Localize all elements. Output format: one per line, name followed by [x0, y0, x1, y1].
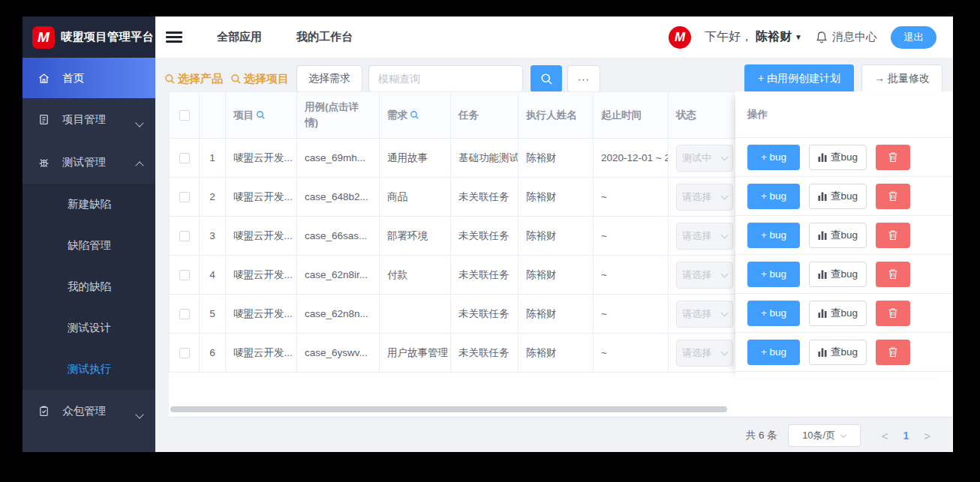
- delete-button[interactable]: [876, 301, 910, 326]
- sidebar-item-new-defect[interactable]: 新建缺陷: [23, 184, 155, 225]
- cell-requirement: 部署环境: [380, 217, 451, 256]
- logout-button[interactable]: 退出: [891, 26, 936, 49]
- prev-page-button[interactable]: <: [882, 430, 888, 442]
- test-execution-table-card: 项目 用例(点击详情) 需求 任务 执行人姓名 起止时间 状态: [169, 91, 953, 418]
- cell-project: 唛盟云开发...: [226, 139, 297, 178]
- view-bug-button[interactable]: 查bug: [809, 262, 867, 287]
- more-filters-button[interactable]: ···: [567, 65, 600, 92]
- tab-all-apps[interactable]: 全部应用: [217, 30, 262, 44]
- col-requirement-label: 需求: [387, 109, 407, 122]
- add-bug-button[interactable]: + bug: [747, 145, 800, 170]
- view-bug-button[interactable]: 查bug: [809, 223, 867, 248]
- col-project: 项目: [226, 92, 297, 139]
- select-product-link[interactable]: 选择产品: [164, 72, 223, 86]
- add-bug-button[interactable]: + bug: [747, 301, 800, 326]
- cell-executor: 陈裕财: [519, 139, 594, 178]
- cell-task: 未关联任务: [451, 256, 519, 295]
- row-checkbox[interactable]: [179, 270, 190, 280]
- bug-icon: [38, 156, 50, 169]
- status-select[interactable]: 请选择: [676, 340, 733, 367]
- select-requirement-button[interactable]: 选择需求: [296, 65, 362, 92]
- row-seq: 6: [200, 334, 226, 373]
- cell-usecase[interactable]: case_6yswv...: [297, 334, 380, 373]
- row-checkbox[interactable]: [179, 192, 190, 202]
- page-size-select[interactable]: 10条/页: [788, 424, 861, 447]
- app-window: M 唛盟项目管理平台 首页 项目管理 测试管理: [23, 16, 953, 452]
- batch-edit-button[interactable]: → 批量修改: [861, 64, 942, 93]
- row-seq: 4: [200, 256, 226, 295]
- sidebar-item-defect-mgmt[interactable]: 缺陷管理: [23, 225, 155, 266]
- cell-executor: 陈裕财: [519, 334, 594, 373]
- chevron-down-icon: [137, 116, 143, 123]
- row-checkbox[interactable]: [179, 231, 190, 241]
- sub-item-label: 我的缺陷: [68, 280, 111, 294]
- main-content: 选择产品 选择项目 选择需求 ··· + 由用例创建计划 → 批量修改: [155, 58, 953, 452]
- horizontal-scrollbar[interactable]: [170, 406, 727, 412]
- avatar[interactable]: M: [669, 26, 691, 49]
- collapse-menu-icon[interactable]: [166, 31, 182, 43]
- delete-button[interactable]: [876, 262, 910, 287]
- search-icon[interactable]: [256, 110, 266, 120]
- sidebar-item-my-defects[interactable]: 我的缺陷: [23, 266, 155, 307]
- search-button[interactable]: [531, 65, 562, 92]
- status-select[interactable]: 测试中: [676, 145, 733, 172]
- home-icon: [38, 72, 50, 85]
- row-seq: 3: [200, 217, 226, 256]
- delete-button[interactable]: [876, 145, 910, 170]
- add-bug-button[interactable]: + bug: [747, 340, 800, 365]
- select-project-link[interactable]: 选择项目: [230, 72, 289, 86]
- sidebar-item-crowdsourcing[interactable]: 众包管理: [23, 390, 155, 433]
- col-usecase: 用例(点击详情): [297, 92, 380, 139]
- status-select[interactable]: 请选择: [676, 223, 733, 250]
- status-select[interactable]: 请选择: [676, 184, 733, 211]
- cell-usecase[interactable]: case_648b2...: [297, 178, 380, 217]
- create-plan-button[interactable]: + 由用例创建计划: [744, 64, 854, 93]
- view-bug-button[interactable]: 查bug: [809, 145, 867, 170]
- cell-usecase[interactable]: case_69mh...: [297, 139, 380, 178]
- cell-usecase[interactable]: case_62n8ir...: [297, 256, 380, 295]
- delete-button[interactable]: [876, 184, 910, 209]
- chevron-down-icon: [721, 153, 729, 160]
- row-checkbox[interactable]: [179, 309, 190, 319]
- status-select[interactable]: 请选择: [676, 262, 733, 289]
- row-checkbox[interactable]: [179, 153, 190, 163]
- test-mgmt-submenu: 新建缺陷 缺陷管理 我的缺陷 测试设计 测试执行: [23, 184, 155, 390]
- sub-item-label: 测试设计: [68, 321, 111, 335]
- delete-button[interactable]: [876, 223, 910, 248]
- cell-usecase[interactable]: case_62n8n...: [297, 295, 380, 334]
- add-bug-button[interactable]: + bug: [747, 262, 800, 287]
- sidebar-item-home[interactable]: 首页: [23, 58, 155, 98]
- top-header: 全部应用 我的工作台 M 下午好，陈裕财 ▼ 消息中心 退出: [155, 16, 953, 58]
- cell-usecase[interactable]: case_66sas...: [297, 217, 380, 256]
- row-seq: 2: [200, 178, 226, 217]
- view-bug-button[interactable]: 查bug: [809, 340, 867, 365]
- view-bug-button[interactable]: 查bug: [809, 184, 867, 209]
- view-bug-button[interactable]: 查bug: [809, 301, 867, 326]
- row-checkbox[interactable]: [179, 348, 190, 358]
- delete-button[interactable]: [876, 340, 910, 365]
- cell-dates: ~: [594, 334, 669, 373]
- fuzzy-search-input[interactable]: [368, 65, 523, 92]
- status-value: 请选择: [682, 346, 722, 360]
- tab-my-workbench[interactable]: 我的工作台: [296, 30, 353, 44]
- current-page[interactable]: 1: [903, 430, 909, 442]
- cell-requirement: 用户故事管理: [380, 334, 451, 373]
- trash-icon: [888, 307, 898, 319]
- bar-chart-icon: [818, 270, 827, 279]
- arrow-right-icon: →: [874, 72, 885, 84]
- trash-icon: [888, 151, 898, 163]
- search-icon[interactable]: [410, 110, 419, 120]
- sidebar-item-test-mgmt[interactable]: 测试管理: [23, 141, 155, 184]
- sidebar-item-project-mgmt[interactable]: 项目管理: [23, 98, 155, 141]
- status-select[interactable]: 请选择: [676, 301, 733, 328]
- select-all-checkbox[interactable]: [179, 110, 190, 121]
- cell-project: 唛盟云开发...: [226, 256, 297, 295]
- add-bug-button[interactable]: + bug: [747, 184, 800, 209]
- add-bug-button[interactable]: + bug: [747, 223, 800, 248]
- user-menu[interactable]: 下午好，陈裕财 ▼: [705, 29, 802, 45]
- sidebar-item-clipped[interactable]: [23, 446, 155, 452]
- sidebar-item-test-execution[interactable]: 测试执行: [23, 349, 155, 390]
- next-page-button[interactable]: >: [924, 430, 930, 442]
- message-center-link[interactable]: 消息中心: [816, 30, 877, 44]
- sidebar-item-test-design[interactable]: 测试设计: [23, 307, 155, 349]
